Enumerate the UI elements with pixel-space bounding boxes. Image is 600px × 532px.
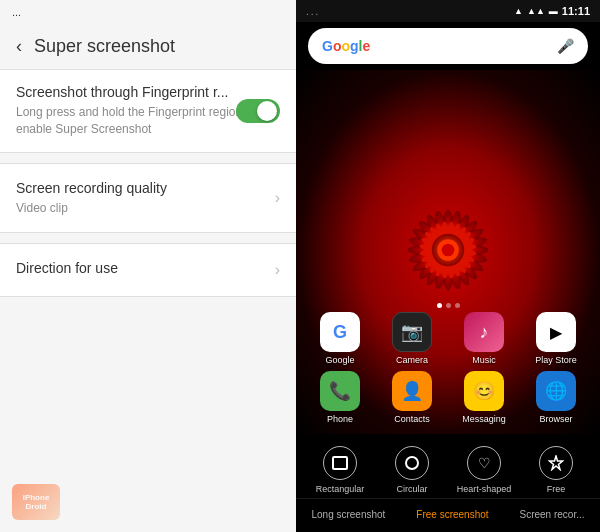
rectangular-btn[interactable]: Rectangular <box>304 446 376 494</box>
battery-icon: ▬ <box>549 6 558 16</box>
logo-text: iPhoneDroid <box>23 493 50 511</box>
app-phone[interactable]: 📞 Phone <box>312 371 368 424</box>
logo-box: iPhoneDroid <box>12 484 60 520</box>
free-icon <box>539 446 573 480</box>
circular-label: Circular <box>396 484 427 494</box>
long-screenshot-btn[interactable]: Long screenshot <box>303 505 393 524</box>
heart-icon: ♡ <box>467 446 501 480</box>
screenshot-options: Rectangular Circular ♡ Heart-shaped <box>296 434 600 532</box>
dot-3 <box>455 303 460 308</box>
wallpaper-area: G Google 📷 Camera ♪ Music <box>296 70 600 434</box>
settings-panel: ... ‹ Super screenshot Screenshot throug… <box>0 0 296 532</box>
playstore-icon: ▶ <box>536 312 576 352</box>
screenshot-buttons: Rectangular Circular ♡ Heart-shaped <box>296 442 600 498</box>
heart-label: Heart-shaped <box>457 484 512 494</box>
phone-time: 11:11 <box>562 5 590 17</box>
page-title: Super screenshot <box>34 36 175 57</box>
contacts-icon: 👤 <box>392 371 432 411</box>
direction-text-block: Direction for use <box>16 260 118 280</box>
circular-icon <box>395 446 429 480</box>
camera-label: Camera <box>396 355 428 365</box>
app-grid: G Google 📷 Camera ♪ Music <box>296 291 600 434</box>
left-bottom-area: iPhoneDroid <box>0 297 296 532</box>
screen-recording-setting[interactable]: Screen recording quality Video clip › <box>0 164 296 233</box>
browser-icon: 🌐 <box>536 371 576 411</box>
phone-label: Phone <box>327 414 353 424</box>
direction-title: Direction for use <box>16 260 118 276</box>
toggle-knob <box>257 101 277 121</box>
gap-2 <box>0 233 296 243</box>
phone-mockup: ... ▲ ▲▲ ▬ 11:11 Google 🎤 <box>296 0 600 532</box>
app-browser[interactable]: 🌐 Browser <box>528 371 584 424</box>
app-row-1: G Google 📷 Camera ♪ Music <box>296 312 600 365</box>
svg-point-26 <box>442 244 455 257</box>
contacts-label: Contacts <box>394 414 430 424</box>
app-camera[interactable]: 📷 Camera <box>384 312 440 365</box>
phone-status-right: ▲ ▲▲ ▬ 11:11 <box>514 5 590 17</box>
google-logo: Google <box>322 38 370 54</box>
circular-btn[interactable]: Circular <box>376 446 448 494</box>
gap-1 <box>0 153 296 163</box>
fingerprint-toggle[interactable] <box>236 99 280 123</box>
music-icon: ♪ <box>464 312 504 352</box>
recording-arrow: › <box>275 189 280 207</box>
browser-label: Browser <box>539 414 572 424</box>
page-dots <box>296 303 600 308</box>
fingerprint-setting[interactable]: Screenshot through Fingerprint r... Long… <box>0 70 296 152</box>
rectangular-label: Rectangular <box>316 484 365 494</box>
app-messaging[interactable]: 😊 Messaging <box>456 371 512 424</box>
microphone-icon[interactable]: 🎤 <box>557 38 574 54</box>
google-label: Google <box>325 355 354 365</box>
status-dots-left: ... <box>12 6 21 18</box>
phone-status-bar: ... ▲ ▲▲ ▬ 11:11 <box>296 0 600 22</box>
status-bar-left: ... <box>0 0 296 24</box>
messaging-icon: 😊 <box>464 371 504 411</box>
messaging-label: Messaging <box>462 414 506 424</box>
signal-icon: ▲▲ <box>527 6 545 16</box>
recording-text-block: Screen recording quality Video clip <box>16 180 167 217</box>
heart-btn[interactable]: ♡ Heart-shaped <box>448 446 520 494</box>
recording-title: Screen recording quality <box>16 180 167 196</box>
header: ‹ Super screenshot <box>0 24 296 69</box>
free-btn[interactable]: Free <box>520 446 592 494</box>
app-music[interactable]: ♪ Music <box>456 312 512 365</box>
dot-1 <box>437 303 442 308</box>
music-label: Music <box>472 355 496 365</box>
svg-point-28 <box>406 457 418 469</box>
screen-record-btn[interactable]: Screen recor... <box>511 505 592 524</box>
wifi-icon: ▲ <box>514 6 523 16</box>
google-icon: G <box>320 312 360 352</box>
free-label: Free <box>547 484 566 494</box>
playstore-label: Play Store <box>535 355 577 365</box>
app-contacts[interactable]: 👤 Contacts <box>384 371 440 424</box>
app-playstore[interactable]: ▶ Play Store <box>528 312 584 365</box>
phone-screen: ... ▲ ▲▲ ▬ 11:11 Google 🎤 <box>296 0 600 532</box>
svg-rect-27 <box>333 457 347 469</box>
camera-icon: 📷 <box>392 312 432 352</box>
back-button[interactable]: ‹ <box>16 36 22 57</box>
phone-status-dots: ... <box>306 6 320 17</box>
watermark-logo: iPhoneDroid <box>12 484 60 520</box>
direction-arrow: › <box>275 261 280 279</box>
free-screenshot-btn[interactable]: Free screenshot <box>408 505 496 524</box>
direction-setting[interactable]: Direction for use › <box>0 244 296 296</box>
app-row-2: 📞 Phone 👤 Contacts 😊 Mes <box>296 371 600 424</box>
google-search-bar[interactable]: Google 🎤 <box>308 28 588 64</box>
dot-2 <box>446 303 451 308</box>
rectangular-icon <box>323 446 357 480</box>
fingerprint-title: Screenshot through Fingerprint r... <box>16 84 280 100</box>
screenshot-bottom-bar: Long screenshot Free screenshot Screen r… <box>296 498 600 532</box>
app-google[interactable]: G Google <box>312 312 368 365</box>
recording-subtitle: Video clip <box>16 200 167 217</box>
phone-icon: 📞 <box>320 371 360 411</box>
